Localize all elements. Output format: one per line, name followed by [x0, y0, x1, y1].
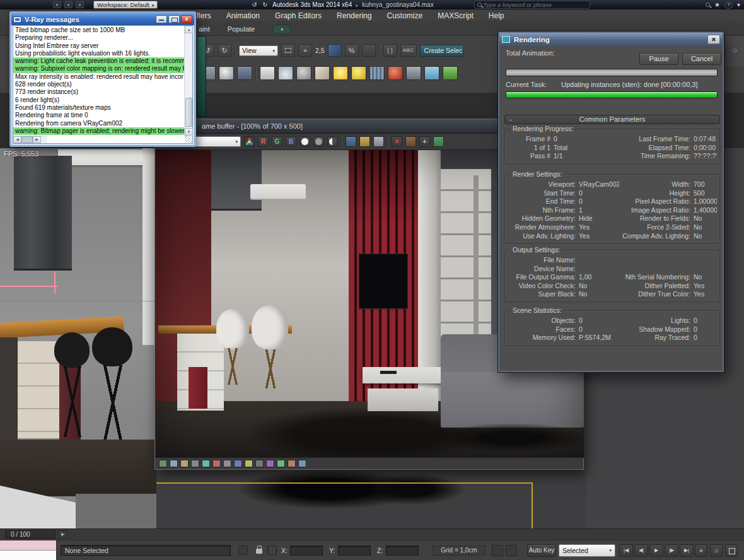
- quick-access-new-icon[interactable]: ▾: [53, 1, 61, 8]
- close-button[interactable]: ×: [181, 15, 192, 23]
- menu-item[interactable]: fiers: [197, 11, 211, 20]
- absolute-offset-toggle-icon[interactable]: [267, 545, 277, 555]
- maxscript-mini-listener[interactable]: [0, 551, 57, 560]
- diamond-helper-icon[interactable]: [315, 66, 330, 80]
- workspace-selector[interactable]: Workspace: Default▾: [93, 1, 158, 9]
- redo-icon[interactable]: ↻: [260, 1, 270, 9]
- cancel-button[interactable]: Cancel: [682, 53, 721, 65]
- pan-viewport-icon[interactable]: +: [695, 544, 707, 557]
- playback-button[interactable]: |◀: [619, 544, 633, 557]
- duplicate-buffer-icon[interactable]: [405, 136, 416, 147]
- add-time-tag-icon[interactable]: [506, 545, 517, 556]
- alpha-channel-icon[interactable]: [299, 136, 310, 147]
- vertical-scrollbar[interactable]: ▲ ▼: [184, 26, 192, 136]
- fb-tool-icon[interactable]: [266, 460, 274, 467]
- blue-channel-button[interactable]: B: [286, 136, 296, 147]
- menu-item[interactable]: Customize: [387, 11, 422, 20]
- ribbon-tab[interactable]: Populate: [228, 25, 255, 33]
- menu-item[interactable]: MAXScript: [438, 11, 474, 20]
- fb-tool-icon[interactable]: [245, 460, 253, 467]
- search-icon[interactable]: [706, 3, 710, 7]
- half-tone-icon[interactable]: [327, 136, 338, 147]
- select-and-manipulate-icon[interactable]: +: [298, 44, 312, 57]
- foliage-icon[interactable]: [443, 66, 458, 80]
- playback-button[interactable]: |▶: [665, 544, 678, 557]
- rendering-dialog-titlebar[interactable]: Rendering ×: [499, 33, 723, 46]
- time-tag-icon[interactable]: [492, 545, 503, 556]
- auto-key-button[interactable]: Auto Key: [527, 544, 556, 557]
- scroll-up-icon[interactable]: ▲: [185, 26, 193, 33]
- spinner-snap-icon[interactable]: [362, 44, 376, 57]
- orbit-viewport-icon[interactable]: ○: [710, 544, 723, 557]
- playback-button[interactable]: ▶: [649, 544, 663, 557]
- quick-access-open-icon[interactable]: ▾: [64, 1, 73, 8]
- omni-light-icon[interactable]: [351, 66, 366, 80]
- fb-tool-icon[interactable]: [255, 460, 264, 467]
- maxscript-mini-listener-macro[interactable]: [0, 540, 57, 551]
- vray-messages-window[interactable]: V-Ray messages × Tiled bitmap cache size…: [9, 11, 196, 147]
- fb-tool-icon[interactable]: [180, 460, 189, 467]
- ribbon-options-icon[interactable]: ▾: [272, 25, 291, 34]
- monitor-icon[interactable]: [346, 136, 356, 147]
- vray-messages-titlebar[interactable]: V-Ray messages ×: [11, 13, 194, 25]
- use-center-icon[interactable]: [281, 44, 295, 57]
- rendering-dialog[interactable]: Rendering × Total Animation: Pause Cance…: [498, 32, 724, 372]
- fb-tool-icon[interactable]: [191, 460, 199, 467]
- y-coordinate-input[interactable]: [338, 545, 371, 556]
- common-parameters-rollout[interactable]: - Common Parameters: [504, 115, 720, 124]
- selection-filter-icon[interactable]: [238, 545, 248, 555]
- fb-tool-icon[interactable]: [170, 460, 178, 467]
- command-panel-edge[interactable]: ○: [725, 36, 744, 66]
- green-channel-button[interactable]: G: [272, 136, 282, 147]
- search-input[interactable]: [482, 1, 587, 9]
- fb-tool-icon[interactable]: [277, 460, 285, 467]
- fb-tool-icon[interactable]: [212, 460, 221, 467]
- maximize-button[interactable]: [168, 15, 180, 23]
- ribbon-tab[interactable]: aint: [199, 25, 210, 33]
- fb-tool-icon[interactable]: [234, 460, 242, 467]
- help-icon[interactable]: ?: [724, 1, 733, 9]
- save-image-icon[interactable]: [359, 136, 370, 147]
- pause-button[interactable]: Pause: [639, 53, 678, 65]
- key-filters-selected-dropdown[interactable]: Selected▾: [559, 544, 615, 557]
- angle-snap-icon[interactable]: [328, 44, 342, 57]
- percent-snap-icon[interactable]: %: [345, 44, 359, 57]
- viewport[interactable]: FPS: 5,553: [0, 148, 156, 528]
- mono-channel-icon[interactable]: [313, 136, 324, 147]
- menu-item[interactable]: Help: [489, 11, 504, 20]
- minimize-button[interactable]: [156, 15, 167, 23]
- maximize-viewport-icon[interactable]: [725, 544, 738, 557]
- fb-tool-icon[interactable]: [202, 460, 210, 467]
- material-sphere-icon[interactable]: [388, 66, 403, 80]
- sun-light-icon[interactable]: [333, 66, 348, 80]
- red-channel-button[interactable]: R: [258, 136, 269, 147]
- create-selection-set-field[interactable]: Create Selec: [420, 45, 464, 57]
- x-coordinate-input[interactable]: [290, 545, 323, 556]
- help-search-field[interactable]: [474, 1, 590, 9]
- playback-button[interactable]: ▶|: [680, 544, 694, 557]
- z-coordinate-input[interactable]: [386, 545, 419, 556]
- reference-coordinate-dropdown[interactable]: View▾: [239, 45, 278, 56]
- track-mouse-icon[interactable]: +: [419, 136, 430, 147]
- timeline-slider[interactable]: 0 / 100: [5, 530, 55, 539]
- fb-tool-icon[interactable]: [159, 460, 167, 467]
- scrollbar-thumb[interactable]: [185, 98, 192, 127]
- scroll-right-icon[interactable]: ▶: [33, 136, 41, 143]
- color-channels-icon[interactable]: [244, 136, 255, 147]
- mirror-icon[interactable]: [260, 66, 275, 80]
- spellcheck-abc-icon[interactable]: ABC: [400, 44, 417, 57]
- fb-tool-icon[interactable]: [223, 460, 231, 467]
- favorites-star-icon[interactable]: ★: [714, 1, 720, 8]
- print-icon[interactable]: [373, 136, 384, 147]
- environment-snowflake-icon[interactable]: [424, 66, 439, 80]
- timeline-next-button[interactable]: ▶: [58, 530, 67, 539]
- horizontal-scrollbar[interactable]: ◀ ▶: [13, 136, 47, 143]
- cloud-state-icon[interactable]: [278, 66, 293, 80]
- menu-item[interactable]: Rendering: [337, 11, 371, 20]
- undo-icon[interactable]: ↺: [250, 1, 259, 9]
- scroll-down-icon[interactable]: ▼: [185, 128, 193, 136]
- scrollbar-thumb[interactable]: [21, 136, 33, 143]
- scroll-left-icon[interactable]: ◀: [13, 136, 21, 143]
- resize-grip[interactable]: [185, 136, 192, 143]
- maxscript-braces-icon[interactable]: { }: [383, 44, 397, 57]
